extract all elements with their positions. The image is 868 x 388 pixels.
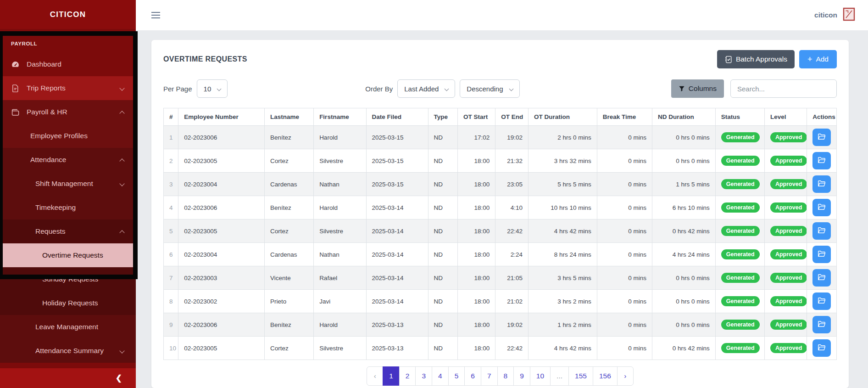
cell-ot-duration: 8 hrs 24 mins (529, 243, 597, 266)
cell-break-time: 0 mins (597, 337, 652, 360)
cell-ot-end: 21:32 (495, 149, 529, 173)
per-page-select[interactable]: 10 (197, 79, 228, 98)
cell-ot-end: 22:42 (495, 337, 529, 360)
cell-ot-start: 18:00 (458, 337, 495, 360)
cell-date-filed: 2025-03-15 (366, 126, 428, 149)
chevron-down-icon (217, 86, 222, 91)
sidebar-item-shift-management[interactable]: Shift Management (0, 172, 136, 196)
sidebar-item-dashboard[interactable]: Dashboard (0, 52, 136, 76)
cell-ot-end: 19:02 (495, 313, 529, 337)
pagination-page-2[interactable]: 2 (399, 366, 416, 386)
column-header-employee-number: Employee Number (178, 108, 265, 126)
cell-actions (807, 126, 837, 149)
table-row: 1002-2023005CortezSilvestre2025-03-13ND1… (164, 337, 837, 360)
cell-ot-duration: 3 hrs 5 mins (529, 266, 597, 290)
table-row: 302-2023004CardenasNathan2025-03-15ND18:… (164, 173, 837, 196)
level-badge: Approved (770, 249, 807, 259)
sidebar-item-label: Attendance (30, 156, 66, 164)
cell-actions (807, 266, 837, 290)
sidebar-item-attendance-summary[interactable]: Attendance Summary (0, 339, 136, 363)
sidebar-item-label: Payroll & HR (27, 108, 67, 116)
view-request-button[interactable] (812, 199, 831, 216)
pagination-prev[interactable]: ‹ (367, 366, 383, 386)
order-field-select[interactable]: Last Added (397, 79, 455, 98)
status-badge: Generated (721, 273, 760, 283)
sidebar-item-attendance[interactable]: Attendance (0, 148, 136, 172)
table-row: 702-2023003VicenteRafael2025-03-14ND18:0… (164, 266, 837, 290)
pagination-page-4[interactable]: 4 (432, 366, 449, 386)
cell-n: 10 (164, 337, 178, 360)
sidebar-item-holiday-requests[interactable]: Holiday Requests (0, 291, 136, 315)
app-root: CITICON PAYROLL DashboardTrip ReportsPay… (0, 0, 868, 388)
pagination-ellipsis: ... (550, 366, 569, 386)
pagination-next[interactable]: › (617, 366, 634, 386)
sidebar-item-overtime-requests[interactable]: Overtime Requests (0, 243, 136, 267)
cell-ot-duration: 5 hrs 5 mins (529, 173, 597, 196)
pagination-page-1[interactable]: 1 (383, 366, 400, 386)
view-request-button[interactable] (812, 152, 831, 169)
pagination-page-9[interactable]: 9 (513, 366, 530, 386)
sidebar-item-employee-profiles[interactable]: Employee Profiles (0, 124, 136, 148)
pagination-page-10[interactable]: 10 (530, 366, 551, 386)
cell-lastname: Cortez (265, 337, 314, 360)
view-request-button[interactable] (812, 175, 831, 193)
view-request-button[interactable] (812, 222, 831, 240)
sidebar-item-payroll-hr[interactable]: Payroll & HR (0, 100, 136, 124)
batch-approvals-button[interactable]: Batch Approvals (717, 50, 795, 68)
pagination-page-155[interactable]: 155 (568, 366, 593, 386)
cell-status: Generated (715, 149, 764, 173)
sidebar-item-leave-management[interactable]: Leave Management (0, 315, 136, 339)
cell-lastname: Benítez (265, 313, 314, 337)
view-request-button[interactable] (812, 316, 831, 333)
sidebar-item-label: Timekeeping (35, 203, 76, 212)
view-request-button[interactable] (812, 292, 831, 310)
sidebar-item-requests[interactable]: Requests (0, 219, 136, 243)
add-button[interactable]: + Add (799, 50, 837, 68)
view-request-button[interactable] (812, 269, 831, 287)
columns-button[interactable]: Columns (671, 79, 724, 98)
view-request-button[interactable] (812, 129, 831, 146)
journal-check-icon (724, 56, 732, 63)
cell-ot-duration: 4 hrs 42 mins (529, 337, 597, 360)
order-by-label: Order By (365, 85, 393, 93)
cell-actions (807, 173, 837, 196)
view-request-button[interactable] (812, 246, 831, 263)
pagination-page-3[interactable]: 3 (415, 366, 432, 386)
sidebar-toggle-button[interactable] (151, 12, 160, 18)
content-area: OVERTIME REQUESTS Batch Approvals + (136, 30, 868, 388)
pagination-page-156[interactable]: 156 (593, 366, 618, 386)
cell-lastname: Cardenas (265, 243, 314, 266)
sidebar-item-timekeeping[interactable]: Timekeeping (0, 196, 136, 219)
level-badge: Approved (770, 320, 807, 330)
overtime-requests-card: OVERTIME REQUESTS Batch Approvals + (151, 40, 849, 388)
folder-icon (818, 226, 826, 236)
broken-image-icon[interactable] (843, 7, 855, 23)
level-badge: Approved (770, 179, 807, 189)
cell-actions (807, 337, 837, 360)
pagination-page-5[interactable]: 5 (448, 366, 465, 386)
pagination-page-7[interactable]: 7 (481, 366, 498, 386)
column-header-ot-duration: OT Duration (529, 108, 597, 126)
sidebar-collapse-button[interactable]: ❮ (0, 368, 136, 388)
chevron-down-icon (119, 348, 124, 353)
per-page-label: Per Page (163, 85, 192, 93)
sidebar-item-label: Shift Management (35, 180, 93, 188)
column-header-date-filed: Date Filed (366, 108, 428, 126)
pagination-page-6[interactable]: 6 (464, 366, 481, 386)
status-badge: Generated (721, 156, 760, 166)
folder-icon (818, 273, 826, 283)
sidebar-item-label: Overtime Requests (42, 251, 103, 259)
cell-type: ND (428, 219, 458, 243)
cell-firstname: Silvestre (314, 337, 366, 360)
order-direction-select[interactable]: Descending (460, 79, 519, 98)
sidebar-item-sunday-requests[interactable]: Sunday Requests (0, 267, 136, 291)
sidebar-item-trip-reports[interactable]: Trip Reports (0, 76, 136, 100)
search-input[interactable] (730, 79, 837, 98)
cell-ot-start: 18:00 (458, 196, 495, 219)
chevron-up-icon (119, 111, 124, 116)
pagination-page-8[interactable]: 8 (497, 366, 514, 386)
view-request-button[interactable] (812, 339, 831, 357)
cell-type: ND (428, 173, 458, 196)
column-header-break-time: Break Time (597, 108, 652, 126)
cell-level: Approved (764, 173, 807, 196)
